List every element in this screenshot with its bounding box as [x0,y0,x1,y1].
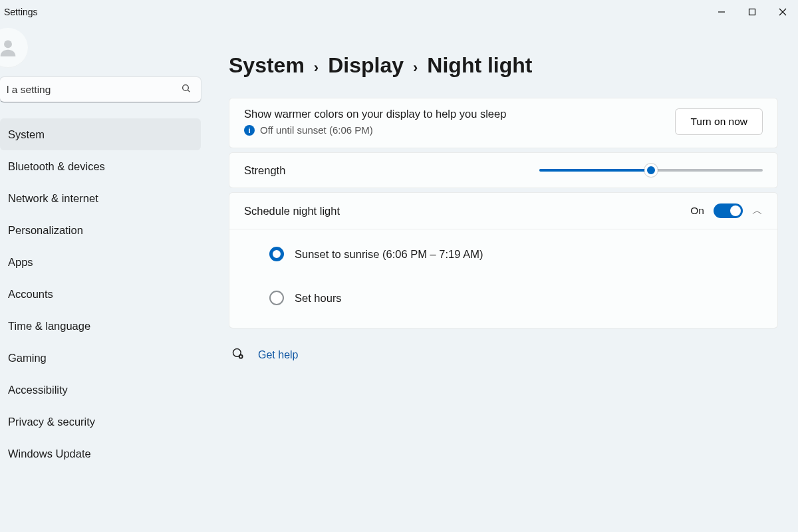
page-title: Night light [427,53,532,78]
sidebar-item-system[interactable]: System [0,118,201,150]
sidebar-item-apps[interactable]: Apps [0,246,201,278]
sidebar-item-gaming[interactable]: Gaming [0,342,201,374]
sidebar: SystemBluetooth & devicesNetwork & inter… [0,24,205,532]
sidebar-item-accounts[interactable]: Accounts [0,278,201,310]
breadcrumb-display[interactable]: Display [328,53,404,78]
svg-line-6 [188,90,190,92]
sidebar-item-privacy-security[interactable]: Privacy & security [0,406,201,438]
search-input[interactable] [0,77,201,102]
toggle-state-text: On [690,205,704,217]
status-text: Off until sunset (6:06 PM) [260,124,373,136]
help-row: Get help [229,347,778,363]
sidebar-item-bluetooth-devices[interactable]: Bluetooth & devices [0,150,201,182]
search-icon [181,83,192,96]
get-help-link[interactable]: Get help [258,349,298,361]
avatar[interactable] [0,28,28,68]
maximize-button[interactable] [737,0,767,24]
turn-on-now-button[interactable]: Turn on now [675,108,763,135]
svg-point-4 [4,40,12,48]
strength-label: Strength [244,164,285,177]
schedule-label: Schedule night light [244,205,340,217]
strength-card: Strength [229,152,778,188]
svg-point-5 [183,85,189,91]
info-icon: i [244,125,255,136]
sidebar-item-windows-update[interactable]: Windows Update [0,438,201,469]
radio-icon [269,247,284,261]
radio-label: Sunset to sunrise (6:06 PM – 7:19 AM) [295,248,483,261]
content: System › Display › Night light Show warm… [205,24,798,532]
strength-slider[interactable] [539,164,763,177]
collapse-chevron-icon[interactable]: ︿ [752,204,763,218]
summary-text: Show warmer colors on your display to he… [244,108,506,120]
breadcrumb-system[interactable]: System [229,53,305,78]
window-controls [706,0,798,24]
close-icon [779,8,787,16]
schedule-card: Schedule night light On ︿ Sunset to sunr… [229,192,778,329]
radio-label: Set hours [295,292,342,305]
radio-set-hours[interactable]: Set hours [269,291,763,305]
minimize-icon [718,8,726,16]
search-box[interactable] [0,77,201,102]
slider-thumb[interactable] [644,164,658,177]
sidebar-item-network-internet[interactable]: Network & internet [0,182,201,214]
user-icon [0,37,19,59]
chevron-right-icon: › [314,59,319,76]
help-icon [231,347,245,363]
sidebar-item-personalization[interactable]: Personalization [0,214,201,246]
sidebar-item-time-language[interactable]: Time & language [0,310,201,342]
breadcrumb: System › Display › Night light [229,53,778,78]
sidebar-item-accessibility[interactable]: Accessibility [0,374,201,406]
radio-icon [269,291,284,305]
chevron-right-icon: › [413,59,418,76]
svg-rect-1 [749,9,755,15]
window-title: Settings [4,7,38,17]
close-button[interactable] [767,0,798,24]
radio-sunset-to-sunrise[interactable]: Sunset to sunrise (6:06 PM – 7:19 AM) [269,247,763,261]
minimize-button[interactable] [706,0,737,24]
title-bar: Settings [0,0,798,24]
maximize-icon [748,8,756,16]
night-light-summary-card: Show warmer colors on your display to he… [229,98,778,148]
nav-list: SystemBluetooth & devicesNetwork & inter… [0,118,205,469]
schedule-toggle[interactable] [714,203,743,218]
